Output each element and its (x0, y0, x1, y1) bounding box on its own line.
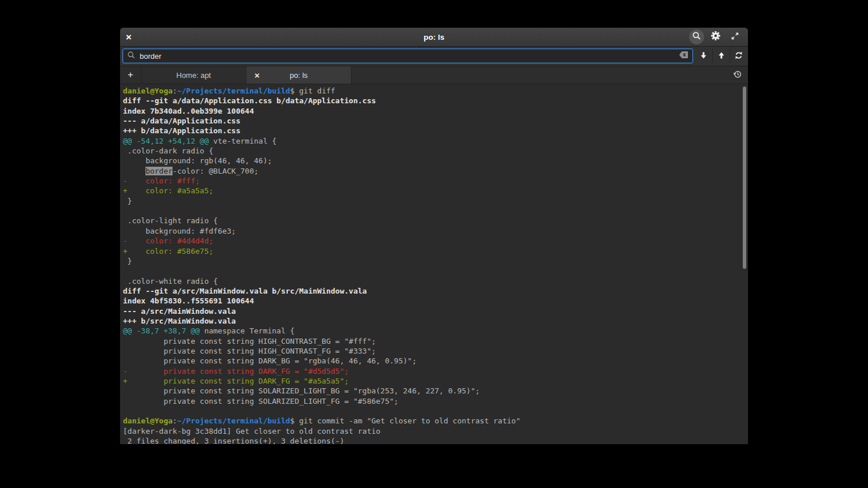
terminal-text: private const string SOLARIZED_LIGHT_BG … (123, 386, 480, 395)
terminal-line: } (123, 196, 748, 206)
terminal-line: private const string HIGH_CONTRAST_BG = … (123, 336, 748, 346)
cyclic-search-icon (734, 51, 743, 62)
terminal-text: diff --git a/data/Application.css b/data… (123, 96, 376, 105)
terminal-line: index 4bf5830..f555691 100644 (123, 296, 748, 306)
new-tab-button[interactable]: + (120, 66, 141, 84)
search-match-highlight: border (145, 167, 173, 175)
terminal-line: --- a/src/MainWindow.vala (123, 306, 748, 316)
terminal-text (123, 167, 145, 175)
window-title: po: ls (120, 33, 748, 42)
terminal-view[interactable]: daniel@Yoga:~/Projects/terminal/build$ g… (120, 84, 748, 444)
terminal-line: + private const string DARK_FG = "#a5a5a… (123, 376, 748, 386)
terminal-text: private const string SOLARIZED_LIGHT_FG … (123, 397, 398, 406)
terminal-line: - color: #4d4d4d; (123, 236, 748, 246)
tab-label: po: ls (290, 71, 308, 80)
terminal-text: private const string HIGH_CONTRAST_FG = … (123, 347, 376, 355)
terminal-line: private const string SOLARIZED_LIGHT_BG … (123, 386, 748, 396)
terminal-line: private const string SOLARIZED_LIGHT_FG … (123, 396, 748, 406)
terminal-line: diff --git a/data/Application.css b/data… (123, 96, 748, 106)
terminal-line: + color: #586e75; (123, 246, 748, 256)
terminal-text: $ git diff (290, 87, 335, 95)
terminal-text: [darker-dark-bg 3c38dd1] Get closer to o… (123, 427, 380, 436)
terminal-line: --- a/data/Application.css (123, 116, 748, 126)
terminal-line: + color: #a5a5a5; (123, 186, 748, 196)
terminal-line: border-color: @BLACK_700; (123, 166, 748, 176)
terminal-text: index 4bf5830..f555691 100644 (123, 296, 254, 305)
tab-home-apt[interactable]: Home: apt (141, 66, 246, 84)
search-input[interactable] (140, 52, 675, 61)
terminal-line: +++ b/data/Application.css (123, 126, 748, 136)
terminal-line: background: #fdf6e3; (123, 226, 748, 236)
terminal-text: +++ b/src/MainWindow.vala (123, 317, 236, 325)
terminal-text: background: rgb(46, 46, 46); (123, 156, 272, 165)
find-next-button[interactable] (695, 48, 712, 63)
terminal-text: @@ -54,12 +54,12 @@ (123, 137, 209, 145)
terminal-text: private const string HIGH_CONTRAST_BG = … (123, 337, 376, 346)
terminal-text: - color: #fff; (123, 177, 200, 185)
terminal-text: -color: @BLACK_700; (173, 167, 259, 175)
terminal-line: +++ b/src/MainWindow.vala (123, 316, 748, 326)
search-nav-buttons (695, 48, 747, 63)
terminal-text: $ git commit -am "Get closer to old cont… (290, 416, 521, 425)
gear-icon (710, 31, 721, 43)
settings-button[interactable] (708, 29, 723, 44)
terminal-text: : (173, 87, 177, 95)
terminal-text: daniel@Yoga (123, 416, 173, 425)
fullscreen-button[interactable] (727, 29, 742, 44)
terminal-text: .color-dark radio { (123, 147, 214, 155)
terminal-text: index 7b340ad..0eb399e 100644 (123, 107, 254, 115)
terminal-line: .color-light radio { (123, 216, 748, 226)
terminal-line: index 7b340ad..0eb399e 100644 (123, 106, 748, 116)
terminal-line: @@ -38,7 +38,7 @@ namespace Terminal { (123, 326, 748, 336)
terminal-text: - private const string DARK_FG = "#d5d5d… (123, 367, 349, 376)
arrow-up-icon (717, 51, 726, 62)
history-button[interactable] (726, 66, 748, 84)
terminal-line (123, 406, 748, 416)
terminal-text: diff --git a/src/MainWindow.vala b/src/M… (123, 287, 367, 295)
terminal-text: : (173, 416, 177, 425)
terminal-text: 2 files changed, 3 insertions(+), 3 dele… (123, 437, 345, 444)
terminal-line: background: rgb(46, 46, 46); (123, 156, 748, 166)
terminal-line (123, 206, 748, 216)
terminal-line: .color-dark radio { (123, 146, 748, 156)
tab-po-ls[interactable]: × po: ls (246, 66, 351, 84)
terminal-line: private const string HIGH_CONTRAST_FG = … (123, 346, 748, 356)
terminal-line: @@ -54,12 +54,12 @@ vte-terminal { (123, 136, 748, 146)
tabbar-spacer (351, 66, 726, 84)
terminal-text: private const string DARK_BG = "rgba(46,… (123, 356, 417, 365)
cyclic-search-button[interactable] (729, 48, 747, 63)
terminal-line: daniel@Yoga:~/Projects/terminal/build$ g… (123, 86, 748, 96)
terminal-line: } (123, 256, 748, 266)
tab-label: Home: apt (177, 71, 211, 80)
titlebar-actions (689, 29, 742, 44)
terminal-line: daniel@Yoga:~/Projects/terminal/build$ g… (123, 416, 748, 426)
terminal-text: + color: #a5a5a5; (123, 186, 214, 195)
fullscreen-icon (731, 32, 739, 43)
terminal-text: ~/Projects/terminal/build (177, 87, 290, 95)
terminal-text: background: #fdf6e3; (123, 227, 236, 235)
terminal-text: - color: #4d4d4d; (123, 237, 214, 245)
search-toggle-button[interactable] (689, 29, 704, 44)
titlebar[interactable]: × po: ls (120, 28, 748, 47)
terminal-line: 2 files changed, 3 insertions(+), 3 dele… (123, 436, 748, 444)
window-close-button[interactable]: × (126, 32, 139, 42)
clear-backspace-icon[interactable] (679, 51, 689, 61)
terminal-line: private const string DARK_BG = "rgba(46,… (123, 356, 748, 366)
arrow-down-icon (699, 51, 708, 62)
search-icon (692, 31, 701, 43)
terminal-line: diff --git a/src/MainWindow.vala b/src/M… (123, 286, 748, 296)
search-entry[interactable] (122, 48, 693, 63)
terminal-text: ~/Projects/terminal/build (177, 416, 290, 425)
terminal-text: @@ -38,7 +38,7 @@ (123, 326, 200, 335)
scrollbar-thumb[interactable] (743, 87, 746, 269)
find-previous-button[interactable] (712, 48, 729, 63)
terminal-window: × po: ls (120, 28, 748, 444)
terminal-line: .color-white radio { (123, 276, 748, 286)
terminal-output: daniel@Yoga:~/Projects/terminal/build$ g… (123, 86, 748, 444)
terminal-text: + color: #586e75; (123, 247, 214, 256)
open-recent-clock-icon (732, 69, 742, 81)
terminal-text: daniel@Yoga (123, 87, 173, 95)
terminal-line (123, 266, 748, 276)
tab-close-button[interactable]: × (255, 71, 260, 80)
terminal-text: .color-white radio { (123, 277, 218, 286)
